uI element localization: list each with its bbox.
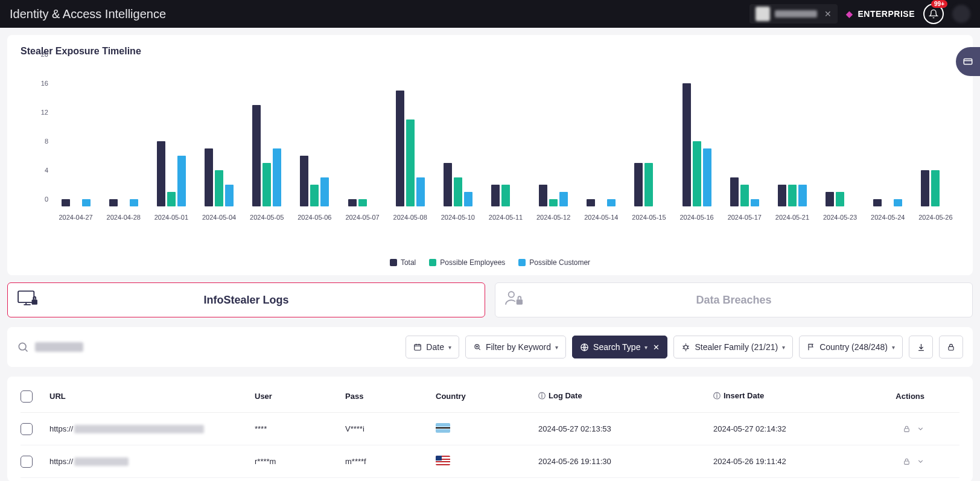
- cell-insert-date: 2024-05-26 19:11:42: [713, 457, 870, 466]
- app-header: Identity & Access Intelligence ✕ ◆ ENTER…: [0, 0, 980, 28]
- avatar: [756, 7, 770, 21]
- col-user: User: [255, 392, 345, 401]
- tab-label: Data Breaches: [696, 294, 771, 307]
- chevron-down-icon: ▾: [892, 344, 895, 351]
- cell-country: [436, 423, 538, 435]
- chevron-down-icon: ▾: [782, 344, 785, 351]
- timeline-chart-card: Stealer Exposure Timeline 048121620 2024…: [7, 35, 973, 275]
- search-icon: [17, 341, 29, 353]
- cell-actions: [870, 457, 924, 465]
- cell-actions: [870, 425, 924, 433]
- lock-button[interactable]: [939, 336, 963, 358]
- logs-table: URL User Pass Country ⓘLog Date ⓘInsert …: [7, 377, 973, 481]
- tab-infostealer-logs[interactable]: InfoStealer Logs: [7, 282, 485, 317]
- cell-url: https://: [49, 457, 255, 466]
- search-type-filter-button[interactable]: Search Type ▾ ✕: [572, 336, 667, 358]
- table-header-row: URL User Pass Country ⓘLog Date ⓘInsert …: [21, 380, 959, 413]
- download-button[interactable]: [909, 336, 933, 358]
- user-chip[interactable]: ✕: [749, 4, 838, 24]
- stealer-family-filter-button[interactable]: Stealer Family (21/21) ▾: [673, 336, 793, 358]
- tab-label: InfoStealer Logs: [203, 294, 288, 307]
- col-pass: Pass: [345, 392, 436, 401]
- page-title: Identity & Access Intelligence: [10, 7, 166, 21]
- row-checkbox[interactable]: [21, 423, 33, 435]
- globe-icon: [580, 343, 589, 352]
- cell-country: [436, 456, 538, 467]
- search-input[interactable]: [17, 341, 399, 353]
- user-name-blurred: [775, 10, 817, 18]
- svg-point-5: [19, 343, 26, 350]
- cell-url: https://: [49, 424, 255, 433]
- plan-label: ENTERPRISE: [858, 9, 915, 19]
- chevron-down-icon[interactable]: [917, 425, 924, 433]
- filter-label: Search Type: [593, 342, 640, 352]
- country-filter-button[interactable]: Country (248/248) ▾: [799, 336, 903, 358]
- cell-user: ****: [255, 424, 345, 433]
- diamond-icon: ◆: [846, 9, 853, 19]
- col-actions: Actions: [870, 392, 924, 401]
- cell-pass: m****f: [345, 457, 436, 466]
- date-filter-button[interactable]: Date ▾: [406, 336, 459, 358]
- flag-icon: [807, 343, 815, 351]
- filter-label: Country (248/248): [819, 342, 888, 352]
- svg-rect-1: [18, 291, 34, 302]
- col-url: URL: [49, 392, 255, 401]
- bell-icon: [929, 9, 938, 19]
- svg-rect-12: [905, 461, 909, 464]
- filter-label: Filter by Keyword: [486, 342, 551, 352]
- notification-count-badge: 99+: [931, 0, 947, 8]
- chevron-down-icon: ▾: [644, 344, 648, 351]
- cell-insert-date: 2024-05-27 02:14:32: [713, 424, 870, 433]
- select-all-checkbox[interactable]: [21, 390, 33, 403]
- section-tabs: InfoStealer Logs Data Breaches: [7, 282, 973, 317]
- calendar-icon: [413, 343, 422, 351]
- keyword-filter-button[interactable]: Filter by Keyword ▾: [465, 336, 566, 358]
- svg-point-3: [509, 291, 514, 297]
- monitor-lock-icon: [16, 290, 39, 311]
- clear-filter-icon[interactable]: ✕: [653, 343, 660, 352]
- svg-rect-6: [415, 345, 421, 350]
- lock-icon: [947, 343, 955, 351]
- svg-rect-4: [517, 299, 523, 304]
- flag-us-icon: [436, 456, 450, 465]
- filter-bar: Date ▾ Filter by Keyword ▾ Search Type ▾…: [7, 327, 973, 367]
- flag-bw-icon: [436, 423, 450, 433]
- svg-rect-11: [905, 428, 909, 432]
- language-selector[interactable]: [952, 5, 970, 23]
- svg-point-9: [684, 345, 688, 349]
- col-insert-date: ⓘInsert Date: [713, 391, 870, 401]
- svg-rect-2: [32, 299, 37, 304]
- filter-label: Date: [426, 342, 444, 352]
- chart-y-axis: 048121620: [31, 62, 48, 206]
- tab-data-breaches[interactable]: Data Breaches: [495, 282, 973, 317]
- lock-icon[interactable]: [903, 425, 911, 433]
- timeline-chart: 048121620 2024-04-272024-04-282024-05-01…: [31, 62, 959, 237]
- svg-rect-10: [949, 346, 953, 350]
- close-icon[interactable]: ✕: [824, 9, 832, 19]
- col-country: Country: [436, 392, 538, 401]
- chart-legend: TotalPossible EmployeesPossible Customer: [21, 258, 959, 267]
- cell-log-date: 2024-05-27 02:13:53: [538, 424, 713, 433]
- chevron-down-icon: ▾: [555, 344, 558, 351]
- svg-rect-0: [964, 59, 972, 65]
- header-right: ✕ ◆ ENTERPRISE 99+: [749, 4, 970, 24]
- bug-icon: [681, 343, 690, 352]
- cell-pass: V****i: [345, 424, 436, 433]
- plan-badge[interactable]: ◆ ENTERPRISE: [846, 9, 915, 19]
- side-drawer-button[interactable]: [956, 47, 980, 76]
- user-lock-icon: [504, 290, 524, 310]
- col-log-date: ⓘLog Date: [538, 391, 713, 401]
- cell-log-date: 2024-05-26 19:11:30: [538, 457, 713, 466]
- chevron-down-icon: ▾: [448, 344, 451, 351]
- card-icon: [962, 56, 973, 67]
- filter-label: Stealer Family (21/21): [695, 342, 778, 352]
- notifications-button[interactable]: 99+: [923, 4, 944, 24]
- row-checkbox[interactable]: [21, 456, 33, 468]
- zoom-icon: [473, 343, 482, 351]
- lock-icon[interactable]: [903, 457, 911, 465]
- download-icon: [917, 343, 926, 352]
- cell-user: r****m: [255, 457, 345, 466]
- chevron-down-icon[interactable]: [917, 457, 924, 465]
- chart-title: Stealer Exposure Timeline: [21, 46, 959, 57]
- chart-plot-area: 2024-04-272024-04-282024-05-012024-05-04…: [52, 62, 959, 206]
